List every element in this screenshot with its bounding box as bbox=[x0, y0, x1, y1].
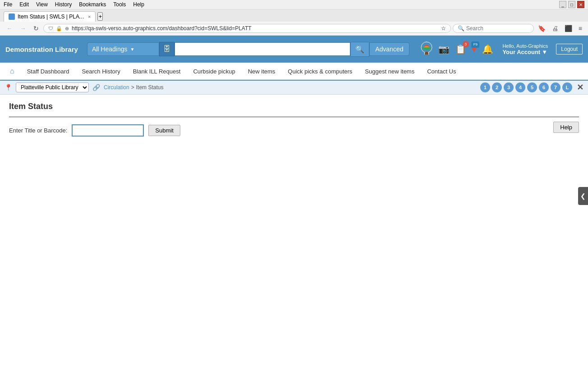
suggest-new-items-nav-item[interactable]: Suggest new items bbox=[358, 64, 421, 79]
tab-pill-7[interactable]: 7 bbox=[551, 82, 560, 92]
tab-pill-1[interactable]: 1 bbox=[480, 82, 490, 92]
lock-icon: 🔒 bbox=[56, 26, 62, 32]
database-icon[interactable]: 🗄 bbox=[159, 42, 175, 56]
search-input-wrap bbox=[175, 42, 350, 56]
submit-button[interactable]: Submit bbox=[148, 125, 180, 136]
form-label: Enter Title or Barcode: bbox=[9, 127, 67, 134]
blank-ill-request-nav-item[interactable]: Blank ILL Request bbox=[127, 64, 187, 79]
menu-edit[interactable]: Edit bbox=[19, 1, 29, 8]
menu-bookmarks[interactable]: Bookmarks bbox=[79, 1, 106, 8]
minimize-button[interactable]: _ bbox=[559, 1, 566, 8]
menu-button[interactable]: ≡ bbox=[576, 23, 584, 33]
menu-file[interactable]: File bbox=[4, 1, 12, 8]
bookmark-icon[interactable]: ☆ bbox=[441, 25, 446, 32]
menu-view[interactable]: View bbox=[36, 1, 48, 8]
menu-help[interactable]: Help bbox=[133, 1, 144, 8]
app-header: Demonstration Library All Headings ▼ 🗄 🔍… bbox=[0, 36, 588, 63]
chevron-down-icon: ▼ bbox=[130, 47, 134, 52]
nav-menu: ⌂ Staff Dashboard Search History Blank I… bbox=[0, 63, 588, 81]
print-button[interactable]: 🖨 bbox=[550, 23, 560, 33]
headings-label: All Headings bbox=[92, 46, 128, 53]
tracking-icon: ⊕ bbox=[65, 26, 69, 32]
curbside-pickup-nav-item[interactable]: Curbside pickup bbox=[187, 64, 241, 79]
home-nav-item[interactable]: ⌂ bbox=[4, 63, 21, 80]
refresh-button[interactable]: ↻ bbox=[31, 23, 41, 33]
location-bar: 📍 Platteville Public Library 🔗 Circulati… bbox=[0, 81, 588, 95]
tab-pill-3[interactable]: 3 bbox=[504, 82, 514, 92]
user-section: Hello, Auto-Graphics Your Account ▼ bbox=[502, 43, 548, 55]
maximize-button[interactable]: □ bbox=[568, 1, 575, 8]
forward-button[interactable]: → bbox=[17, 23, 29, 33]
heart-badge: F9 bbox=[471, 41, 479, 48]
tab-bar: Item Status | SWLS | PLATT | Au... × + bbox=[0, 9, 588, 22]
tab-favicon bbox=[9, 14, 15, 20]
favorites-button[interactable]: ♥ F9 bbox=[471, 43, 478, 55]
search-input[interactable] bbox=[179, 46, 345, 53]
new-tab-button[interactable]: + bbox=[97, 12, 103, 21]
tab-pill-6[interactable]: 6 bbox=[539, 82, 549, 92]
chevron-down-icon: ▼ bbox=[542, 49, 547, 55]
tab-pills: 1 2 3 4 5 6 7 L ✕ bbox=[480, 82, 583, 92]
tab-pill-2[interactable]: 2 bbox=[492, 82, 502, 92]
item-status-form: Enter Title or Barcode: Submit bbox=[9, 124, 579, 137]
app-title: Demonstration Library bbox=[5, 46, 78, 53]
right-panel-toggle-button[interactable]: ❮ bbox=[578, 187, 588, 205]
breadcrumb: Circulation > Item Status bbox=[104, 84, 163, 91]
location-pin-icon: 📍 bbox=[5, 84, 12, 91]
list-badge: 3 bbox=[463, 41, 469, 47]
tab-close-button[interactable]: × bbox=[88, 14, 91, 19]
nav-extra-icons: 🔖 🖨 ⬛ ≡ bbox=[536, 23, 584, 33]
tab-title: Item Status | SWLS | PLATT | Au... bbox=[18, 14, 85, 20]
shield-icon: 🛡 bbox=[48, 26, 53, 31]
new-items-nav-item[interactable]: New items bbox=[242, 64, 282, 79]
your-account-button[interactable]: Your Account ▼ bbox=[502, 49, 547, 55]
search-go-button[interactable]: 🔍 bbox=[350, 42, 369, 57]
browser-nav-bar: ← → ↻ 🛡 🔒 ⊕ ☆ 🔍 🔖 🖨 ⬛ ≡ bbox=[0, 22, 588, 36]
breadcrumb-separator: > bbox=[131, 84, 134, 91]
active-tab[interactable]: Item Status | SWLS | PLATT | Au... × bbox=[4, 11, 96, 22]
staff-dashboard-nav-item[interactable]: Staff Dashboard bbox=[21, 64, 76, 79]
tab-pill-5[interactable]: 5 bbox=[527, 82, 537, 92]
search-section: All Headings ▼ 🗄 🔍 Advanced bbox=[87, 42, 409, 57]
hot-air-balloon-icon bbox=[419, 42, 434, 56]
search-icon: 🔍 bbox=[458, 25, 464, 32]
list-button[interactable]: 📋 3 bbox=[454, 43, 467, 55]
quick-picks-nav-item[interactable]: Quick picks & computers bbox=[281, 64, 358, 79]
link-icon: 🔗 bbox=[92, 84, 100, 91]
close-window-button[interactable]: ✕ bbox=[577, 1, 584, 8]
menu-history[interactable]: History bbox=[55, 1, 72, 8]
user-hello: Hello, Auto-Graphics bbox=[502, 43, 548, 49]
tab-pill-4[interactable]: 4 bbox=[515, 82, 525, 92]
address-input[interactable] bbox=[72, 25, 438, 32]
tab-pill-l[interactable]: L bbox=[562, 82, 572, 92]
search-history-nav-item[interactable]: Search History bbox=[75, 64, 126, 79]
browser-search-bar[interactable]: 🔍 bbox=[453, 24, 534, 33]
close-tab-bar-button[interactable]: ✕ bbox=[577, 82, 583, 92]
logout-button[interactable]: Logout bbox=[556, 44, 583, 55]
circulation-breadcrumb-link[interactable]: Circulation bbox=[104, 84, 129, 91]
library-select[interactable]: Platteville Public Library bbox=[16, 82, 89, 92]
menu-tools[interactable]: Tools bbox=[113, 1, 126, 8]
svg-rect-1 bbox=[425, 52, 428, 55]
title-divider bbox=[9, 117, 579, 117]
page-title: Item Status bbox=[9, 102, 579, 111]
address-bar[interactable]: 🛡 🔒 ⊕ ☆ bbox=[43, 24, 451, 33]
notifications-button[interactable]: 🔔 bbox=[481, 43, 494, 55]
main-content: Item Status Enter Title or Barcode: Subm… bbox=[0, 95, 588, 149]
camera-button[interactable]: 📷 bbox=[437, 43, 450, 55]
help-button[interactable]: Help bbox=[553, 122, 579, 133]
headings-dropdown[interactable]: All Headings ▼ bbox=[87, 42, 159, 56]
bookmark-nav-button[interactable]: 🔖 bbox=[536, 23, 548, 33]
contact-us-nav-item[interactable]: Contact Us bbox=[421, 64, 462, 79]
breadcrumb-current: Item Status bbox=[136, 84, 164, 91]
title-barcode-input[interactable] bbox=[72, 124, 144, 137]
header-icons: 📷 📋 3 ♥ F9 🔔 bbox=[419, 42, 495, 56]
extension-button[interactable]: ⬛ bbox=[562, 23, 574, 33]
advanced-search-button[interactable]: Advanced bbox=[369, 42, 409, 56]
back-button[interactable]: ← bbox=[4, 23, 15, 33]
browser-search-input[interactable] bbox=[466, 25, 520, 32]
browser-menu-bar: File Edit View History Bookmarks Tools H… bbox=[0, 0, 588, 9]
